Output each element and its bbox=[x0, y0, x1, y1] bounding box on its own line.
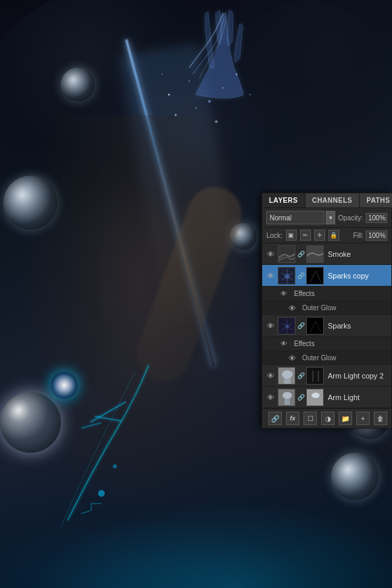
effects-row-sparks-copy[interactable]: 👁 Effects bbox=[262, 287, 391, 301]
orb-2 bbox=[61, 68, 95, 101]
chain-smoke: 🔗 bbox=[297, 249, 304, 260]
outer-glow-label-sparks: Outer Glow bbox=[299, 354, 337, 362]
effects-row-sparks[interactable]: 👁 Effects bbox=[262, 337, 391, 351]
svg-rect-24 bbox=[312, 371, 314, 382]
lock-move-btn[interactable]: ✛ bbox=[314, 230, 325, 241]
blend-mode-select[interactable]: Normal Multiply Screen Overlay bbox=[266, 211, 324, 224]
thumb-sparks-mask bbox=[306, 317, 324, 335]
thumb-sparks bbox=[278, 317, 295, 335]
eye-icon-smoke[interactable]: 👁 bbox=[265, 249, 276, 260]
trash-icon: 🗑 bbox=[377, 415, 384, 422]
new-layer-button[interactable]: + bbox=[356, 412, 370, 425]
eye-icon-outer-glow-sparks[interactable]: 👁 bbox=[287, 353, 297, 364]
svg-rect-19 bbox=[307, 318, 324, 335]
layer-name-sparks-copy: Sparks copy bbox=[326, 272, 389, 280]
chain-arm-light: 🔗 bbox=[297, 392, 304, 403]
svg-point-30 bbox=[312, 393, 320, 398]
link-icon: 🔗 bbox=[271, 415, 279, 422]
eye-icon-arm-light-copy2[interactable]: 👁 bbox=[265, 370, 276, 381]
thumb-arm-light-1 bbox=[278, 389, 295, 406]
layer-row-arm-light[interactable]: 👁 🔗 Arm Light bbox=[262, 387, 391, 408]
tab-layers[interactable]: LAYERS bbox=[262, 193, 305, 207]
thumb-sparks-copy-mask bbox=[306, 267, 324, 285]
orb-4 bbox=[331, 453, 378, 500]
svg-point-11 bbox=[215, 120, 218, 123]
outer-glow-row-sparks[interactable]: 👁 Outer Glow bbox=[262, 351, 391, 365]
fx-icon: fx bbox=[290, 415, 295, 422]
eye-icon-sparks[interactable]: 👁 bbox=[265, 320, 276, 331]
layer-row-smoke[interactable]: 👁 🔗 Smoke bbox=[262, 243, 391, 265]
svg-rect-22 bbox=[284, 377, 291, 384]
layer-name-arm-light-copy2: Arm Light copy 2 bbox=[326, 372, 389, 380]
fx-button[interactable]: fx bbox=[286, 412, 299, 425]
svg-point-1 bbox=[113, 464, 117, 468]
new-layer-icon: + bbox=[361, 415, 365, 422]
tab-bar: LAYERS CHANNELS PATHS bbox=[262, 193, 391, 208]
eye-icon-outer-glow-sparks-copy[interactable]: 👁 bbox=[287, 303, 297, 314]
layer-name-smoke: Smoke bbox=[326, 250, 389, 258]
lock-transparent-btn[interactable]: ▣ bbox=[286, 230, 297, 241]
layer-row-arm-light-copy2[interactable]: 👁 🔗 Arm Light copy 2 bbox=[262, 365, 391, 387]
mask-icon: ☐ bbox=[308, 415, 314, 422]
fill-row: Fill: 100% bbox=[353, 230, 387, 241]
svg-rect-25 bbox=[318, 371, 319, 382]
svg-point-6 bbox=[175, 114, 177, 116]
lock-label: Lock: bbox=[266, 232, 283, 239]
svg-point-18 bbox=[285, 324, 289, 328]
blend-arrow[interactable]: ▼ bbox=[326, 211, 335, 224]
thumb-smoke bbox=[278, 245, 295, 263]
lock-row: Lock: ▣ ✏ ✛ 🔒 Fill: 100% bbox=[262, 228, 391, 243]
adjustment-icon: ◑ bbox=[325, 415, 331, 422]
svg-point-27 bbox=[283, 392, 292, 399]
layer-row-sparks[interactable]: 👁 🔗 Sparks bbox=[262, 315, 391, 337]
opacity-label: Opacity: bbox=[338, 214, 363, 222]
svg-point-0 bbox=[98, 490, 105, 497]
adjustment-button[interactable]: ◑ bbox=[321, 412, 335, 425]
tab-channels[interactable]: CHANNELS bbox=[305, 193, 360, 207]
tab-paths[interactable]: PATHS bbox=[360, 193, 392, 207]
blend-mode-row: Normal Multiply Screen Overlay ▼ Opacity… bbox=[262, 208, 391, 228]
svg-rect-28 bbox=[285, 398, 290, 405]
folder-button[interactable]: 📁 bbox=[339, 412, 352, 425]
tron-lines bbox=[14, 264, 216, 534]
outer-glow-label-sparks-copy: Outer Glow bbox=[299, 304, 337, 312]
lock-paint-btn[interactable]: ✏ bbox=[300, 230, 311, 241]
chain-sparks: 🔗 bbox=[297, 320, 304, 331]
svg-rect-16 bbox=[307, 268, 324, 285]
chain-sparks-copy: 🔗 bbox=[297, 270, 304, 281]
thumb-arm-light-2 bbox=[306, 389, 324, 406]
svg-rect-23 bbox=[307, 368, 324, 385]
eye-icon-sparks-copy[interactable]: 👁 bbox=[265, 270, 276, 281]
opacity-value[interactable]: 100% bbox=[366, 213, 387, 223]
mask-button[interactable]: ☐ bbox=[303, 412, 317, 425]
folder-icon: 📁 bbox=[341, 415, 349, 422]
eye-icon-arm-light[interactable]: 👁 bbox=[265, 392, 276, 403]
fill-value[interactable]: 100% bbox=[366, 230, 387, 241]
chain-arm-light-copy2: 🔗 bbox=[297, 370, 304, 381]
svg-point-15 bbox=[285, 274, 290, 279]
layer-row-sparks-copy[interactable]: 👁 🔗 Sparks copy bbox=[262, 265, 391, 287]
eye-icon-effects-sparks[interactable]: 👁 bbox=[278, 339, 289, 349]
link-button[interactable]: 🔗 bbox=[268, 412, 282, 425]
lock-all-btn[interactable]: 🔒 bbox=[328, 230, 339, 241]
effects-label-sparks: Effects bbox=[291, 340, 314, 347]
thumb-arm-light-copy2-1 bbox=[278, 367, 295, 385]
outer-glow-row-sparks-copy[interactable]: 👁 Outer Glow bbox=[262, 301, 391, 315]
fill-label: Fill: bbox=[353, 232, 364, 239]
layers-panel: LAYERS CHANNELS PATHS Normal Multiply Sc… bbox=[262, 193, 392, 428]
thumb-sparks-copy bbox=[278, 267, 295, 285]
eye-icon-effects-sparks-copy[interactable]: 👁 bbox=[278, 289, 289, 299]
delete-layer-button[interactable]: 🗑 bbox=[374, 412, 387, 425]
layer-name-arm-light: Arm Light bbox=[326, 393, 389, 401]
effects-label-sparks-copy: Effects bbox=[291, 290, 314, 297]
layer-name-sparks: Sparks bbox=[326, 322, 389, 330]
thumb-smoke-2 bbox=[306, 245, 324, 263]
electric-hand bbox=[162, 0, 270, 108]
chest-glow bbox=[51, 372, 78, 399]
thumb-arm-light-copy2-2 bbox=[306, 367, 324, 385]
bottom-toolbar: 🔗 fx ☐ ◑ 📁 + 🗑 bbox=[262, 408, 391, 428]
